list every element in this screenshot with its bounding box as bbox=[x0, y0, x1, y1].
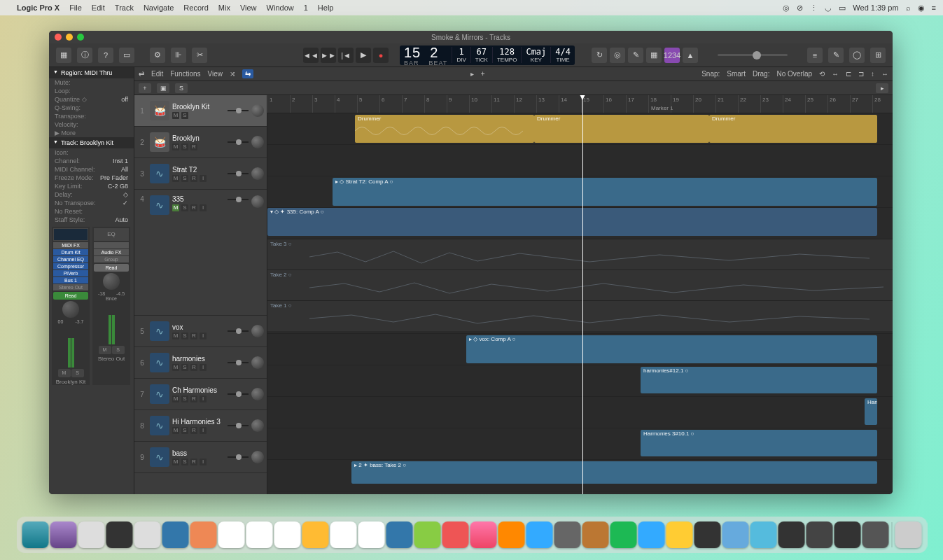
battery-icon[interactable]: ▭ bbox=[839, 4, 846, 13]
audio-region[interactable]: Harm bbox=[865, 398, 877, 425]
autopunch-button[interactable]: ◎ bbox=[610, 48, 625, 63]
eq-thumbnail[interactable] bbox=[53, 228, 88, 241]
ruler-tick[interactable]: 25 bbox=[805, 95, 813, 113]
menu-track[interactable]: Track bbox=[115, 4, 134, 12]
editors-button[interactable]: ✂ bbox=[192, 48, 207, 63]
track-i-button[interactable]: I bbox=[200, 427, 207, 434]
dock-app-icon[interactable] bbox=[442, 522, 468, 548]
record-button[interactable]: ● bbox=[373, 48, 389, 63]
dock-app-icon[interactable] bbox=[582, 522, 608, 548]
ruler-tick[interactable]: 22 bbox=[738, 95, 746, 113]
region-inspector-header[interactable]: Region: MIDI Thru bbox=[49, 67, 134, 78]
audio-fx-slot[interactable]: Channel EQ bbox=[53, 256, 88, 262]
audio-fx-slot[interactable]: Compressor bbox=[53, 263, 88, 270]
menu-help[interactable]: Help bbox=[318, 4, 334, 12]
secondary-tool[interactable]: + bbox=[481, 70, 485, 78]
track-header[interactable]: 3 ∿ Strat T2 MSRI bbox=[134, 158, 267, 190]
drummer-region[interactable]: Drummer bbox=[534, 115, 709, 143]
dock-appstore-icon[interactable] bbox=[526, 522, 552, 548]
menu-window[interactable]: Window bbox=[267, 4, 294, 12]
close-button[interactable] bbox=[55, 34, 62, 41]
menu-mix[interactable]: Mix bbox=[218, 4, 230, 12]
ruler-tick[interactable]: 2 bbox=[290, 95, 295, 113]
dock-app-icon[interactable] bbox=[78, 522, 104, 548]
dock-app-icon[interactable] bbox=[218, 522, 244, 548]
track-header[interactable]: 4 ∿ 335 MSRI bbox=[134, 190, 267, 316]
library-button[interactable]: ▦ bbox=[56, 48, 71, 63]
dock-reminders-icon[interactable] bbox=[274, 522, 300, 548]
automation-mode[interactable]: Read bbox=[53, 292, 88, 300]
status-icon[interactable]: ⊘ bbox=[797, 4, 803, 13]
pan-knob[interactable] bbox=[62, 301, 79, 318]
track-inspector-header[interactable]: Track: Brooklyn Kit bbox=[49, 137, 134, 148]
dock-photos-icon[interactable] bbox=[358, 522, 384, 548]
track-s-button[interactable]: S bbox=[181, 332, 188, 340]
track-s-button[interactable]: S bbox=[181, 204, 188, 211]
bluetooth-icon[interactable]: ⋮ bbox=[810, 4, 818, 13]
track-icon[interactable]: ∿ bbox=[150, 321, 169, 341]
ruler-tick[interactable]: 21 bbox=[715, 95, 724, 113]
inspector-row[interactable]: Quantize ◇off bbox=[49, 95, 134, 104]
eq-slot[interactable]: EQ bbox=[94, 228, 129, 241]
ruler-tick[interactable]: 12 bbox=[514, 95, 522, 113]
track-s-button[interactable]: S bbox=[181, 175, 188, 182]
timeline-tool-icon[interactable]: ↔ bbox=[832, 70, 839, 78]
inspector-row[interactable]: Key Limit:C-2 G8 bbox=[49, 182, 134, 190]
inspector-row[interactable]: Icon: bbox=[49, 148, 134, 157]
track-s-button[interactable]: S bbox=[181, 144, 188, 150]
track-volume-slider[interactable] bbox=[228, 327, 249, 335]
inspector-row[interactable]: No Transpose:✓ bbox=[49, 199, 134, 207]
track-s-button[interactable]: S bbox=[181, 364, 188, 371]
count-in-button[interactable]: 1234 bbox=[664, 48, 680, 63]
track-volume-slider[interactable] bbox=[228, 390, 249, 398]
menu-view[interactable]: View bbox=[240, 4, 257, 12]
track-pan-knob[interactable] bbox=[251, 356, 264, 369]
browser-button[interactable]: ⊞ bbox=[870, 48, 886, 63]
dock-folder-icon[interactable] bbox=[750, 522, 776, 548]
track-pan-knob[interactable] bbox=[251, 325, 264, 337]
inspector-row[interactable]: Delay:◇ bbox=[49, 190, 134, 199]
play-button[interactable]: ▶ bbox=[356, 48, 371, 63]
inspector-row[interactable]: MIDI Channel:All bbox=[49, 165, 134, 174]
global-solo-button[interactable]: S bbox=[175, 83, 188, 93]
track-m-button[interactable]: M bbox=[172, 458, 179, 465]
ruler-tick[interactable]: 5 bbox=[357, 95, 362, 113]
inspector-row[interactable]: Velocity: bbox=[49, 120, 134, 129]
track-volume-slider[interactable] bbox=[228, 421, 249, 430]
track-m-button[interactable]: M bbox=[172, 175, 179, 182]
ruler-tick[interactable]: 24 bbox=[783, 95, 791, 113]
track-r-button[interactable]: R bbox=[190, 204, 197, 211]
ruler-tick[interactable]: 6 bbox=[379, 95, 384, 113]
track-icon[interactable]: 🥁 bbox=[150, 101, 169, 120]
mute-button[interactable]: M bbox=[99, 346, 111, 354]
track-r-button[interactable]: R bbox=[190, 396, 197, 402]
track-volume-slider[interactable] bbox=[228, 358, 249, 367]
track-icon[interactable]: ∿ bbox=[150, 447, 169, 467]
menu-record[interactable]: Record bbox=[183, 4, 208, 12]
notepad-button[interactable]: ✎ bbox=[828, 48, 844, 63]
track-r-button[interactable]: R bbox=[190, 458, 197, 465]
drummer-region[interactable]: Drummer bbox=[709, 115, 877, 143]
ruler-tick[interactable]: 10 bbox=[469, 95, 477, 113]
track-i-button[interactable]: I bbox=[200, 458, 207, 465]
dock-settings-icon[interactable] bbox=[554, 522, 580, 548]
edit-menu[interactable]: Edit bbox=[151, 70, 163, 78]
siri-icon[interactable]: ◉ bbox=[918, 4, 925, 13]
loop-browser-button[interactable]: ◯ bbox=[849, 48, 865, 63]
menu-edit[interactable]: Edit bbox=[92, 4, 105, 12]
toolbar-button[interactable]: ▭ bbox=[119, 48, 134, 63]
ruler-tick[interactable]: 13 bbox=[536, 95, 545, 113]
track-i-button[interactable]: I bbox=[200, 332, 207, 340]
dock-launchpad-icon[interactable] bbox=[106, 522, 132, 548]
inspector-row[interactable]: Transpose: bbox=[49, 112, 134, 120]
status-icon[interactable]: ◎ bbox=[783, 4, 790, 13]
track-volume-slider[interactable] bbox=[228, 169, 249, 178]
rewind-button[interactable]: ◄◄ bbox=[303, 48, 319, 63]
dock-messages-icon[interactable] bbox=[414, 522, 440, 548]
dock-ibooks-icon[interactable] bbox=[498, 522, 524, 548]
playhead[interactable] bbox=[582, 95, 583, 494]
ruler-tick[interactable]: 16 bbox=[603, 95, 612, 113]
ruler-tick[interactable]: 11 bbox=[491, 95, 500, 113]
app-name[interactable]: Logic Pro X bbox=[17, 4, 60, 12]
snap-select[interactable]: Smart bbox=[727, 70, 746, 78]
